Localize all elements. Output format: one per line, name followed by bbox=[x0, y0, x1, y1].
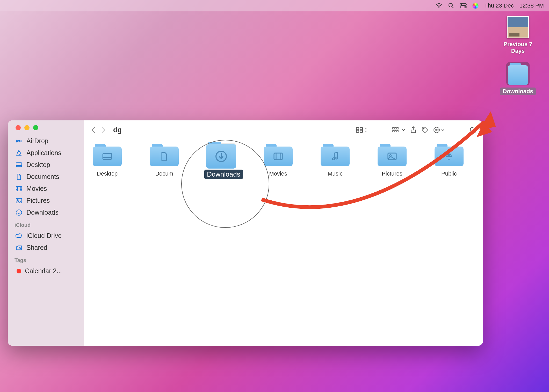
sidebar-item-icloud-drive[interactable]: iCloud Drive bbox=[10, 230, 82, 242]
folder-item-pictures[interactable]: Pictures bbox=[375, 143, 409, 179]
folder-item-music[interactable]: Music bbox=[318, 143, 352, 179]
folder-label: Desktop bbox=[94, 170, 120, 178]
svg-rect-41 bbox=[274, 153, 282, 160]
svg-rect-28 bbox=[395, 130, 396, 132]
sidebar-item-label: Applications bbox=[26, 149, 61, 157]
image-icon bbox=[507, 16, 529, 38]
cloud-icon bbox=[15, 233, 23, 238]
sidebar-item-downloads[interactable]: Downloads bbox=[10, 207, 82, 218]
view-icons-button[interactable] bbox=[356, 127, 367, 133]
finder-sidebar: AirDrop Applications Desktop Documents M… bbox=[8, 120, 84, 346]
desktop-item-label: Downloads bbox=[500, 88, 536, 95]
svg-rect-10 bbox=[16, 186, 22, 191]
svg-point-34 bbox=[436, 130, 437, 130]
folder-icon bbox=[378, 144, 407, 166]
menubar-date[interactable]: Thu 23 Dec bbox=[484, 2, 514, 9]
sidebar-item-label: Downloads bbox=[26, 209, 59, 216]
sidebar-item-tag-calendar[interactable]: Calendar 2... bbox=[10, 265, 82, 277]
folder-item-desktop[interactable]: Desktop bbox=[90, 143, 124, 179]
shared-icon bbox=[15, 245, 23, 251]
menubar-time[interactable]: 12:38 PM bbox=[519, 2, 544, 9]
forward-button[interactable] bbox=[101, 126, 106, 134]
back-button[interactable] bbox=[91, 126, 96, 134]
window-controls bbox=[8, 125, 84, 134]
sidebar-item-documents[interactable]: Documents bbox=[10, 171, 82, 183]
sidebar-item-label: Calendar 2... bbox=[25, 267, 62, 275]
downloads-icon bbox=[15, 209, 23, 216]
svg-point-33 bbox=[435, 130, 436, 130]
svg-point-0 bbox=[438, 7, 439, 8]
svg-point-35 bbox=[438, 130, 438, 130]
svg-line-37 bbox=[474, 131, 475, 133]
control-center-icon[interactable] bbox=[460, 3, 467, 8]
svg-rect-22 bbox=[360, 127, 363, 129]
finder-main: dg Desktop Docum Downloads bbox=[84, 120, 483, 346]
folder-icon bbox=[435, 144, 464, 166]
sidebar-item-label: Movies bbox=[26, 185, 47, 192]
folder-label: Music bbox=[325, 170, 345, 178]
svg-rect-30 bbox=[397, 130, 398, 132]
finder-content[interactable]: Desktop Docum Downloads Movies Music Pic… bbox=[84, 140, 483, 346]
folder-label: Movies bbox=[266, 170, 290, 178]
sidebar-item-label: iCloud Drive bbox=[26, 232, 62, 239]
sidebar-item-airdrop[interactable]: AirDrop bbox=[10, 135, 82, 147]
folder-label: Docum bbox=[153, 170, 176, 178]
desktop-item-downloads[interactable]: Downloads bbox=[497, 62, 539, 95]
svg-point-45 bbox=[336, 157, 338, 159]
svg-rect-26 bbox=[393, 130, 394, 132]
svg-point-31 bbox=[423, 128, 424, 129]
sidebar-item-desktop[interactable]: Desktop bbox=[10, 159, 82, 171]
close-button[interactable] bbox=[16, 125, 21, 130]
folder-icon bbox=[264, 144, 293, 166]
sidebar-item-label: Documents bbox=[26, 173, 59, 180]
folder-icon bbox=[206, 142, 236, 169]
share-button[interactable] bbox=[410, 126, 417, 134]
desktop-item-previous-7-days[interactable]: Previous 7 Days bbox=[497, 16, 539, 54]
svg-point-1 bbox=[449, 3, 452, 7]
minimize-button[interactable] bbox=[24, 125, 30, 130]
spotlight-icon[interactable] bbox=[448, 3, 454, 9]
siri-icon[interactable] bbox=[472, 3, 479, 9]
tag-dot-icon bbox=[17, 269, 21, 273]
actions-button[interactable] bbox=[433, 127, 445, 133]
svg-rect-17 bbox=[16, 198, 22, 203]
sidebar-item-applications[interactable]: Applications bbox=[10, 147, 82, 159]
folder-label: Downloads bbox=[204, 170, 243, 179]
group-button[interactable] bbox=[392, 127, 405, 133]
svg-rect-24 bbox=[360, 130, 363, 132]
sidebar-header-icloud: iCloud bbox=[8, 221, 84, 230]
finder-window: AirDrop Applications Desktop Documents M… bbox=[8, 120, 483, 346]
folder-item-public[interactable]: Public bbox=[432, 143, 466, 179]
finder-title: dg bbox=[113, 126, 122, 134]
svg-rect-38 bbox=[103, 153, 111, 159]
folder-item-downloads[interactable]: Downloads bbox=[204, 143, 238, 179]
sidebar-item-movies[interactable]: Movies bbox=[10, 183, 82, 194]
svg-point-7 bbox=[18, 140, 20, 142]
wifi-icon[interactable] bbox=[436, 3, 442, 8]
svg-point-48 bbox=[448, 154, 450, 156]
svg-point-36 bbox=[470, 127, 474, 131]
svg-rect-21 bbox=[356, 127, 359, 129]
fullscreen-button[interactable] bbox=[33, 125, 38, 130]
search-button[interactable] bbox=[469, 127, 476, 133]
svg-point-20 bbox=[20, 247, 21, 248]
folder-item-movies[interactable]: Movies bbox=[261, 143, 295, 179]
pictures-icon bbox=[15, 198, 23, 204]
sidebar-item-shared[interactable]: Shared bbox=[10, 242, 82, 253]
sidebar-item-label: AirDrop bbox=[26, 137, 48, 145]
svg-line-2 bbox=[452, 6, 453, 8]
tags-button[interactable] bbox=[421, 126, 429, 134]
desktop-item-label: Previous 7 Days bbox=[497, 41, 539, 54]
menubar: Thu 23 Dec 12:38 PM bbox=[0, 0, 549, 11]
folder-label: Pictures bbox=[379, 170, 405, 178]
movies-icon bbox=[15, 186, 23, 192]
desktop-icons: Previous 7 Days Downloads bbox=[497, 16, 539, 103]
folder-icon bbox=[93, 144, 122, 166]
folder-icon bbox=[321, 144, 350, 166]
documents-icon bbox=[15, 173, 23, 180]
sidebar-item-label: Pictures bbox=[26, 197, 50, 204]
finder-toolbar: dg bbox=[84, 120, 483, 140]
folder-item-documents[interactable]: Docum bbox=[147, 143, 181, 179]
sidebar-item-pictures[interactable]: Pictures bbox=[10, 195, 82, 206]
sidebar-header-tags: Tags bbox=[8, 256, 84, 265]
